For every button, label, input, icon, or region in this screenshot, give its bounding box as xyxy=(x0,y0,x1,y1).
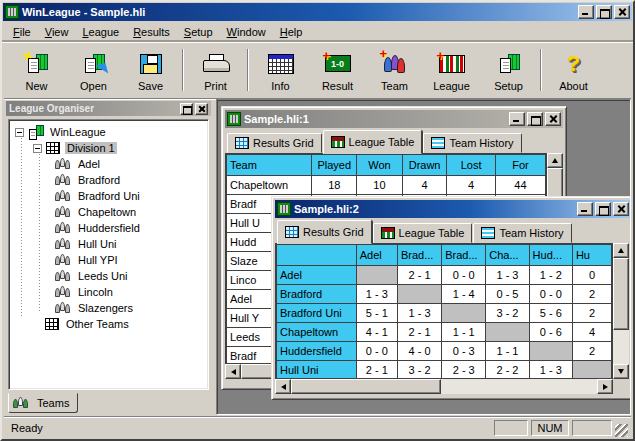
minimize-icon[interactable] xyxy=(509,112,525,126)
info-button[interactable]: Info xyxy=(252,46,309,94)
doc1-title-bar[interactable]: Sample.hli:1 xyxy=(225,110,563,128)
new-button[interactable]: New xyxy=(8,46,65,94)
doc2-title-bar[interactable]: Sample.hli:2 xyxy=(275,200,631,218)
team-history-icon xyxy=(481,227,495,239)
results-grid-header-row: Adel Brad... Brad... Cha... Hud... Hu xyxy=(277,245,612,266)
maximize-icon[interactable] xyxy=(596,5,612,19)
column-header[interactable]: Brad... xyxy=(398,245,442,266)
tree-node-team[interactable]: Hull YPI xyxy=(11,252,206,268)
tab-league-table[interactable]: League Table xyxy=(373,223,473,243)
open-icon xyxy=(78,50,110,78)
result-button[interactable]: 1-0+ Result xyxy=(309,46,366,94)
winleague-node-icon xyxy=(28,125,44,140)
tab-results-grid[interactable]: Results Grid xyxy=(277,220,372,244)
tab-league-table[interactable]: League Table xyxy=(323,130,423,154)
league-button[interactable]: + League xyxy=(423,46,480,94)
menu-file[interactable]: File xyxy=(6,24,38,40)
results-grid-icon xyxy=(285,226,299,238)
app-title-bar[interactable]: WinLeague - Sample.hli xyxy=(3,3,632,21)
league-table-icon xyxy=(381,227,395,239)
menu-results[interactable]: Results xyxy=(126,24,177,40)
team-people-icon xyxy=(55,206,72,218)
column-header[interactable]: Drawn xyxy=(402,155,447,176)
close-icon[interactable] xyxy=(614,5,630,19)
about-button[interactable]: ? About xyxy=(545,46,602,94)
scroll-up-icon[interactable] xyxy=(613,243,629,258)
organiser-close-icon[interactable] xyxy=(195,103,208,115)
team-cell[interactable]: Chapeltown xyxy=(227,176,312,195)
menu-league[interactable]: League xyxy=(75,24,126,40)
vertical-scrollbar[interactable] xyxy=(613,243,629,379)
scroll-thumb[interactable] xyxy=(613,258,629,330)
menu-window[interactable]: Window xyxy=(220,24,273,40)
team-people-icon xyxy=(55,190,72,202)
column-header[interactable]: For xyxy=(495,155,545,176)
organiser-restore-icon[interactable] xyxy=(180,103,193,115)
tree-node-winleague[interactable]: WinLeague xyxy=(11,124,206,140)
scroll-down-icon[interactable] xyxy=(613,364,629,379)
tab-teams[interactable]: Teams xyxy=(8,393,78,413)
save-button[interactable]: Save xyxy=(122,46,179,94)
tree-node-team[interactable]: Adel xyxy=(11,156,206,172)
team-people-icon xyxy=(55,286,72,298)
row-header[interactable]: Bradford Uni xyxy=(277,304,357,323)
doc1-tabstrip: Results Grid League Table Team History xyxy=(225,128,563,153)
collapse-icon[interactable] xyxy=(15,128,24,137)
column-header[interactable]: Hud... xyxy=(529,245,572,266)
tree-node-team[interactable]: Leeds Uni xyxy=(11,268,206,284)
league-table-header-row: Team Played Won Drawn Lost For xyxy=(227,155,546,176)
scroll-left-icon[interactable] xyxy=(275,379,291,394)
horizontal-scrollbar[interactable] xyxy=(275,379,613,394)
other-teams-grid-icon xyxy=(45,318,59,330)
status-text: Ready xyxy=(11,422,43,434)
grid-row: Bradford 1 - 3 1 - 4 0 - 5 0 - 0 2 xyxy=(277,285,612,304)
column-header[interactable]: Hu xyxy=(572,245,611,266)
maximize-icon[interactable] xyxy=(527,112,543,126)
column-header[interactable]: Lost xyxy=(447,155,495,176)
scroll-thumb[interactable] xyxy=(291,379,441,394)
collapse-icon[interactable] xyxy=(33,144,42,153)
scroll-left-icon[interactable] xyxy=(225,364,241,379)
row-header[interactable]: Hull Uni xyxy=(277,361,357,380)
column-header[interactable]: Team xyxy=(227,155,312,176)
tree-node-other-teams[interactable]: Other Teams xyxy=(11,316,206,332)
minimize-icon[interactable] xyxy=(578,5,594,19)
team-people-icon xyxy=(55,238,72,250)
print-button[interactable]: Print xyxy=(187,46,244,94)
tab-team-history[interactable]: Team History xyxy=(473,223,571,243)
tree-node-team[interactable]: Slazengers xyxy=(11,300,206,316)
resize-grip[interactable] xyxy=(615,424,628,437)
setup-button[interactable]: Setup xyxy=(480,46,537,94)
team-button[interactable]: + Team xyxy=(366,46,423,94)
tree-node-team[interactable]: Lincoln xyxy=(11,284,206,300)
tab-results-grid[interactable]: Results Grid xyxy=(227,133,322,153)
scroll-right-icon[interactable] xyxy=(597,379,613,394)
open-button[interactable]: Open xyxy=(65,46,122,94)
minimize-icon[interactable] xyxy=(577,202,593,216)
column-header[interactable]: Brad... xyxy=(442,245,486,266)
tree-node-team[interactable]: Hull Uni xyxy=(11,236,206,252)
menu-view[interactable]: View xyxy=(38,24,76,40)
menu-setup[interactable]: Setup xyxy=(177,24,220,40)
menu-help[interactable]: Help xyxy=(273,24,310,40)
grid-row: Chapeltown 4 - 1 2 - 1 1 - 1 0 - 6 4 xyxy=(277,323,612,342)
tab-team-history[interactable]: Team History xyxy=(423,133,521,153)
tree-node-division-1[interactable]: Division 1 xyxy=(11,140,206,156)
column-header[interactable]: Cha... xyxy=(486,245,529,266)
close-icon[interactable] xyxy=(545,112,561,126)
tree-node-team[interactable]: Huddersfield xyxy=(11,220,206,236)
row-header[interactable]: Chapeltown xyxy=(277,323,357,342)
row-header[interactable]: Huddersfield xyxy=(277,342,357,361)
close-icon[interactable] xyxy=(613,202,629,216)
column-header[interactable]: Played xyxy=(312,155,357,176)
row-header[interactable]: Adel xyxy=(277,266,357,285)
organiser-title-bar[interactable]: League Organiser xyxy=(6,101,211,116)
scroll-up-icon[interactable] xyxy=(547,153,563,168)
tree-node-team[interactable]: Chapeltown xyxy=(11,204,206,220)
column-header[interactable]: Won xyxy=(357,155,402,176)
column-header[interactable]: Adel xyxy=(356,245,397,266)
row-header[interactable]: Bradford xyxy=(277,285,357,304)
maximize-icon[interactable] xyxy=(595,202,611,216)
tree-node-team[interactable]: Bradford xyxy=(11,172,206,188)
tree-node-team[interactable]: Bradford Uni xyxy=(11,188,206,204)
